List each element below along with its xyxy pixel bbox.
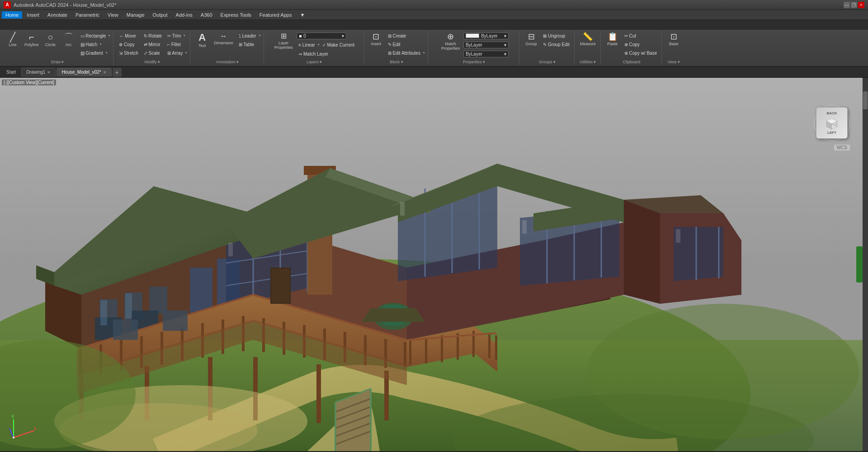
scrollbar-thumb[interactable] xyxy=(863,91,868,109)
viewcube[interactable]: BACK LEFT xyxy=(814,105,850,141)
wcs-label[interactable]: WCS xyxy=(834,145,850,151)
paste-button[interactable]: 📋 Paste xyxy=(604,32,621,47)
lineweight-dropdown[interactable]: ByLayer ▾ xyxy=(463,51,509,57)
menu-insert[interactable]: Insert xyxy=(23,11,43,19)
color-dropdown[interactable]: ByLayer ▾ xyxy=(463,33,509,39)
cut-button[interactable]: ✂ Cut xyxy=(623,33,638,39)
make-current-button[interactable]: ✓ Make Current xyxy=(321,42,356,48)
create-button[interactable]: ⊞ Create xyxy=(386,33,408,39)
color-dropdown-arrow[interactable]: ▾ xyxy=(504,33,506,38)
text-button[interactable]: A Text xyxy=(194,32,210,49)
dimension-button[interactable]: ↔ Dimension xyxy=(212,32,235,46)
restore-button[interactable]: ❐ xyxy=(851,2,857,8)
measure-button[interactable]: 📏 Measure xyxy=(578,32,598,47)
rectangle-dropdown[interactable]: ▾ xyxy=(108,34,110,38)
gradient-button[interactable]: ▨ Gradient xyxy=(79,50,105,56)
menu-addins[interactable]: Add-ins xyxy=(172,11,196,19)
table-button[interactable]: ⊞ Table xyxy=(237,42,256,47)
3d-scene[interactable]: BACK LEFT WCS xyxy=(0,78,868,451)
fillet-button[interactable]: ⌐ Fillet xyxy=(165,42,183,47)
app-icon: A xyxy=(4,1,11,9)
menu-parametric[interactable]: Parametric xyxy=(72,11,103,19)
layer-dropdown-arrow[interactable]: ▾ xyxy=(342,33,344,38)
copy-button[interactable]: ⊕ Copy xyxy=(117,42,136,47)
menu-manage[interactable]: Manage xyxy=(123,11,148,19)
rectangle-button[interactable]: ▭ Rectangle xyxy=(79,33,108,39)
copy-clip-button[interactable]: ⊕ Copy xyxy=(623,42,642,47)
match-layer-button[interactable]: ⇒ Match Layer xyxy=(297,51,330,57)
right-scrollbar[interactable] xyxy=(863,78,868,451)
viewcube-face[interactable]: BACK LEFT xyxy=(816,107,848,139)
group-label: Group xyxy=(526,42,537,46)
trim-button[interactable]: ✂ Trim xyxy=(165,33,183,39)
array-button[interactable]: ⊞ Array xyxy=(165,50,184,56)
menu-view[interactable]: View xyxy=(104,11,122,19)
move-button[interactable]: ↔ Move xyxy=(117,33,137,39)
base-button[interactable]: ⊡ Base xyxy=(665,32,682,47)
dimension-icon: ↔ xyxy=(220,33,227,40)
layers-label: Layers ▾ xyxy=(307,59,322,64)
group-icon: ⊟ xyxy=(528,33,535,41)
house-model-tab[interactable]: House_Model_v02* ✕ xyxy=(57,68,111,76)
svg-marker-47 xyxy=(674,227,723,281)
linear-dropdown[interactable]: ▾ xyxy=(318,43,320,47)
hatch-dropdown[interactable]: ▾ xyxy=(100,42,102,46)
mirror-button[interactable]: ⇌ Mirror xyxy=(142,42,162,47)
lineweight-dropdown-arrow[interactable]: ▾ xyxy=(504,52,506,56)
close-button[interactable]: ✕ xyxy=(858,2,864,8)
layer-properties-button[interactable]: ⊞ LayerProperties xyxy=(272,32,295,51)
hatch-button[interactable]: ▤ Hatch xyxy=(79,42,99,47)
line-button[interactable]: ╱ Line xyxy=(5,32,21,48)
linetype-dropdown-arrow[interactable]: ▾ xyxy=(504,42,506,47)
start-tab[interactable]: Start xyxy=(2,68,20,76)
rotate-button[interactable]: ↻ Rotate xyxy=(142,33,164,39)
add-tab-button[interactable]: + xyxy=(113,68,122,77)
array-dropdown[interactable]: ▾ xyxy=(185,51,187,55)
gradient-dropdown[interactable]: ▾ xyxy=(106,51,108,55)
circle-button[interactable]: ○ Circle xyxy=(42,32,59,48)
leader-button[interactable]: ⤵ Leader xyxy=(237,33,258,39)
menu-express[interactable]: Express Tools xyxy=(217,11,255,19)
text-label: Text xyxy=(198,43,206,48)
arc-button[interactable]: ⌒ Arc xyxy=(61,32,77,48)
menu-more[interactable]: ▼ xyxy=(296,11,308,19)
ungroup-button[interactable]: ⊠ Ungroup xyxy=(541,33,567,39)
drawing1-tab[interactable]: Drawing1 ✕ xyxy=(21,68,56,76)
drawing1-close-button[interactable]: ✕ xyxy=(47,70,51,75)
linetype-dropdown[interactable]: ByLayer ▾ xyxy=(463,42,509,48)
block-col: ⊞ Create ✎ Edit ⊞ Edit Attributes ▾ xyxy=(386,32,425,57)
linear-button[interactable]: ≡ Linear xyxy=(297,42,316,48)
leader-dropdown[interactable]: ▾ xyxy=(259,34,261,38)
minimize-button[interactable]: — xyxy=(844,2,850,8)
match-properties-button[interactable]: ⊕ MatchProperties xyxy=(439,32,462,52)
layer-properties-label: LayerProperties xyxy=(274,41,293,50)
measure-icon: 📏 xyxy=(583,33,593,41)
side-panel-indicator[interactable] xyxy=(856,246,863,282)
layer-dropdown[interactable]: ■ 0 ▾ xyxy=(297,33,346,39)
edit-attributes-button[interactable]: ⊞ Edit Attributes xyxy=(386,50,422,56)
menu-annotate[interactable]: Annotate xyxy=(44,11,71,19)
layer-controls-row: ≡ Linear ▾ ✓ Make Current xyxy=(297,41,356,49)
insert-button[interactable]: ⊡ Insert xyxy=(368,32,384,47)
menu-output[interactable]: Output xyxy=(149,11,171,19)
copy-with-base-button[interactable]: ⊕ Copy w/ Base xyxy=(623,50,659,56)
layer-name: 0 xyxy=(303,33,306,38)
edit-attr-dropdown[interactable]: ▾ xyxy=(423,51,425,55)
menu-featured[interactable]: Featured Apps xyxy=(256,11,296,19)
ribbon-content: ╱ Line ⌐ Polyline ○ Circle ⌒ Arc ▭ xyxy=(0,30,868,66)
scale-button[interactable]: ⤢ Scale xyxy=(142,50,162,56)
group-edit-button[interactable]: ✎ Group Edit xyxy=(541,42,571,47)
viewport-label: [-][Custom View][Current] xyxy=(2,80,56,85)
title-controls: — ❐ ✕ xyxy=(844,2,864,8)
polyline-button[interactable]: ⌐ Polyline xyxy=(23,32,41,48)
layer-color-dot: ■ xyxy=(299,33,302,38)
stretch-button[interactable]: ⇲ Stretch xyxy=(117,50,140,56)
menu-home[interactable]: Home xyxy=(2,11,22,19)
group-button[interactable]: ⊟ Group xyxy=(523,32,539,47)
edit-button[interactable]: ✎ Edit xyxy=(386,42,402,47)
house-model-close-button[interactable]: ✕ xyxy=(103,70,107,75)
modify-group-content: ↔ Move ⊕ Copy ⇲ Stretch ↻ Rotate ⇌ Mirro… xyxy=(117,32,187,59)
annotation-label: Annotation ▾ xyxy=(216,59,239,64)
trim-dropdown[interactable]: ▾ xyxy=(184,34,185,38)
menu-a360[interactable]: A360 xyxy=(197,11,216,19)
